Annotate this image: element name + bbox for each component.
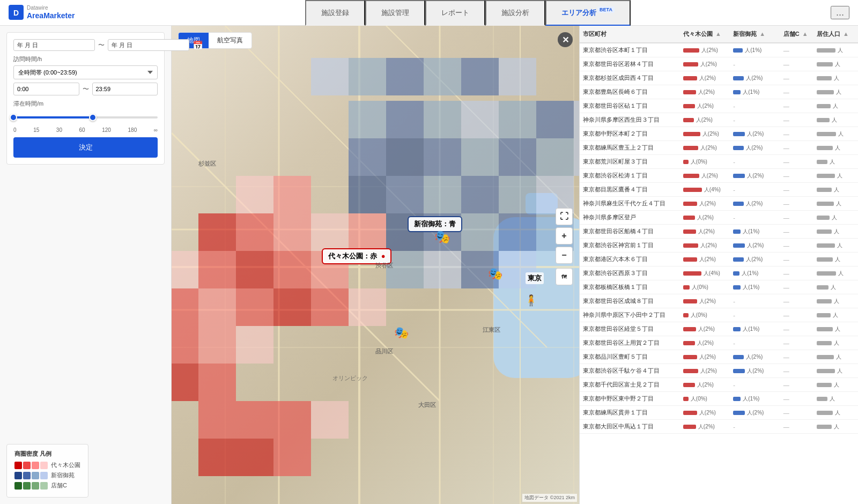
zoom-out-button[interactable]: − [556, 247, 573, 264]
popup-shinjuku-label: 新宿御苑：青 [414, 220, 456, 228]
confirm-button[interactable]: 決定 [13, 137, 158, 158]
cell-shinjuku: 人(1%) [730, 225, 780, 239]
table-header: 市区町村 代々木公園 ▲ 新宿御苑 ▲ 店舗C ▲ 居住人口 ▲ [580, 26, 858, 43]
table-row: 東京都世田谷区船橋４丁目 人(2%) 人(1%) — 人 [580, 225, 858, 239]
logo-text: Datawire AreaMarketer [27, 5, 75, 20]
slider-fill [13, 116, 93, 118]
time-band-select[interactable]: 全時間帯 (0:00~23:59) [13, 65, 158, 79]
col-header-shinjuku[interactable]: 新宿御苑 ▲ [730, 26, 780, 43]
zoom-in-button[interactable]: + [556, 227, 573, 244]
cell-town: 東京都杉並区成田西４丁目 [580, 71, 680, 85]
heat-red-13 [172, 288, 198, 364]
map-area[interactable]: 地図 航空写真 ✕ 代々木公園：赤 ● 新宿御苑：青 🎭 🎭 🎭 東京 🧍 [172, 26, 579, 504]
cell-pop: 人 [813, 266, 858, 280]
table-row: 神奈川県麻生区千代ケ丘４丁目 人(2%) 人(2%) — 人 [580, 197, 858, 211]
cell-town: 東京都渋谷区神宮前１丁目 [580, 239, 680, 253]
marker-shinjuku[interactable]: 🎭 [434, 229, 450, 244]
slider-track-area[interactable] [13, 112, 158, 123]
table-row: 東京都杉並区成田西４丁目 人(2%) 人(2%) — 人 [580, 71, 858, 85]
table-row: 神奈川県多摩区登戸 人(2%) - — 人 [580, 211, 858, 225]
cell-pop: 人 [813, 322, 858, 336]
date-to-input[interactable] [108, 39, 189, 51]
cell-pop: 人 [813, 378, 858, 392]
map-type-satellite[interactable]: 航空写真 [209, 33, 252, 48]
tab-facility-analysis[interactable]: 施設分析 [485, 0, 545, 26]
cell-shinjuku: 人(2%) [730, 141, 780, 155]
heat-blue-28 [574, 138, 579, 176]
heat-blue-18 [461, 101, 499, 138]
cell-c: — [780, 294, 813, 308]
slider-thumb-right[interactable] [89, 114, 97, 121]
tab-report[interactable]: レポート [425, 0, 485, 26]
swatch-red-dark [14, 462, 22, 469]
cell-shinjuku: 人(2%) [730, 350, 780, 364]
cell-pop: 人 [813, 211, 858, 225]
cell-pop: 人 [813, 155, 858, 169]
calendar-icon[interactable]: 📅 [193, 40, 203, 50]
col-header-c[interactable]: 店舗C ▲ [780, 26, 813, 43]
close-button[interactable]: ✕ [558, 32, 573, 47]
cell-c: — [780, 280, 813, 294]
app-header: D Datawire AreaMarketer 施設登録 施設管理 レポート 施… [0, 0, 858, 26]
tab-facility-register[interactable]: 施設登録 [305, 0, 365, 26]
heat-blue-19 [499, 101, 536, 138]
cell-yoyogi: 人(4%) [680, 266, 730, 280]
cell-town: 東京都練馬区貫井１丁目 [580, 406, 680, 420]
col-header-pop[interactable]: 居住人口 ▲ [813, 26, 858, 43]
cell-pop: 人 [813, 420, 858, 434]
heat-blue-25 [461, 138, 499, 176]
location-info-button[interactable]: 🗺 [556, 268, 573, 285]
heat-blue-2 [386, 176, 424, 213]
fullscreen-button[interactable]: ⛶ [556, 208, 573, 225]
cell-shinjuku: - [730, 113, 780, 127]
cell-yoyogi: 人(0%) [680, 280, 730, 294]
table-row: 東京都練馬区豊玉上２丁目 人(2%) 人(2%) — 人 [580, 141, 858, 155]
marker-label-tokyo: 東京 [526, 272, 544, 284]
slider-thumb-left[interactable] [10, 114, 17, 121]
cell-town: 東京都世田谷区上用賀２丁目 [580, 336, 680, 350]
marker-tokyo[interactable]: 🎭 [488, 267, 502, 281]
area-label-koto: 江東区 [483, 326, 500, 334]
heat-blue-5 [499, 176, 536, 213]
more-button[interactable]: ... [831, 6, 849, 19]
cell-c: — [780, 141, 813, 155]
area-label-shinagawa: 品川区 [375, 347, 393, 355]
cell-c: — [780, 350, 813, 364]
table-row: 東京都中野区東中野２丁目 人(0%) 人(1%) — 人 [580, 392, 858, 406]
heat-red-12 [172, 251, 198, 288]
cell-town: 東京都渋谷区千駄ケ谷４丁目 [580, 364, 680, 378]
cell-town: 東京都豊島区長崎６丁目 [580, 85, 680, 99]
heat-red-4 [236, 251, 273, 288]
time-from-input[interactable] [13, 83, 79, 95]
cell-town: 東京都世田谷区砧１丁目 [580, 99, 680, 113]
table-row: 東京都渋谷区本町１丁目 人(2%) 人(1%) — 人 [580, 43, 858, 57]
cell-yoyogi: 人(2%) [680, 141, 730, 155]
marker-shinjuku-icon: 🎭 [434, 229, 450, 244]
tab-facility-manage[interactable]: 施設管理 [365, 0, 425, 26]
date-from-input[interactable] [13, 39, 95, 51]
marker-place-1[interactable]: 🎭 [394, 326, 409, 340]
cell-town: 東京都世田谷区船橋４丁目 [580, 225, 680, 239]
legend-swatches-c [14, 482, 48, 490]
col-header-town[interactable]: 市区町村 [580, 26, 680, 43]
col-header-yoyogi[interactable]: 代々木公園 ▲ [680, 26, 730, 43]
heat-red-18 [349, 288, 386, 326]
cell-town: 神奈川県中原区下小田中２丁目 [580, 308, 680, 322]
cell-c: — [780, 71, 813, 85]
cell-town: 東京都練馬区豊玉上２丁目 [580, 141, 680, 155]
heat-blue-13 [424, 251, 461, 288]
cell-town: 東京都世田谷区経堂５丁目 [580, 322, 680, 336]
cell-c: — [780, 127, 813, 141]
cell-yoyogi: 人(2%) [680, 197, 730, 211]
time-to-input[interactable] [92, 83, 158, 95]
tab-area-analysis[interactable]: エリア分析 BETA [545, 0, 631, 26]
heat-red-3 [198, 251, 236, 288]
cell-pop: 人 [813, 350, 858, 364]
cell-c: — [780, 57, 813, 71]
marker-person[interactable]: 🧍 [524, 294, 538, 307]
swatch-green-mid [23, 482, 31, 490]
cell-c: — [780, 253, 813, 266]
table-row: 東京都渋谷区西原３丁目 人(4%) 人(1%) — 人 [580, 266, 858, 280]
beta-badge: BETA [597, 6, 615, 13]
date-filter: 〜 📅 訪問時間/h 全時間帯 (0:00~23:59) 〜 滞在時間/m [6, 32, 165, 165]
